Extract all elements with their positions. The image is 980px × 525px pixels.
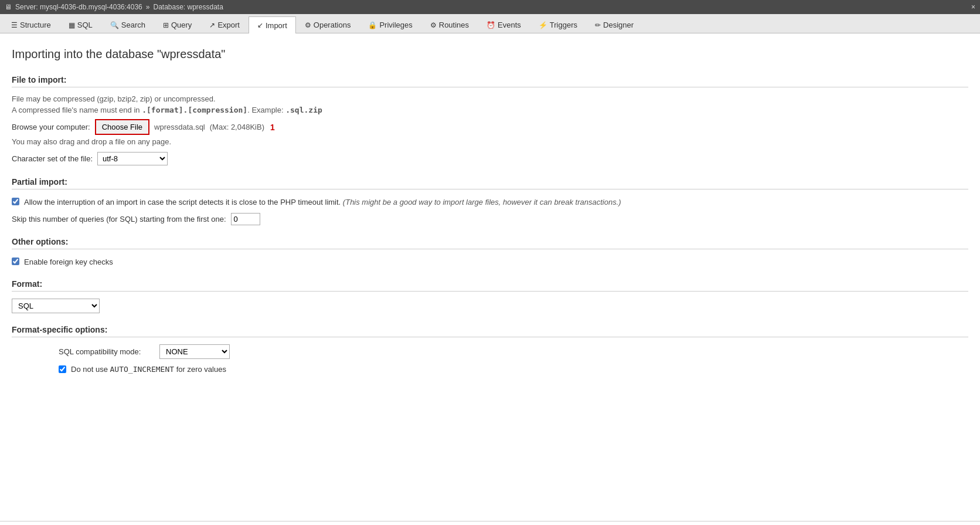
structure-label: Structure	[20, 21, 51, 29]
tab-export[interactable]: ↗Export	[200, 16, 249, 33]
main-content: Importing into the database "wpressdata"…	[0, 33, 980, 521]
section-divider-file	[12, 87, 968, 87]
foreign-key-label: Enable foreign key checks	[24, 256, 113, 268]
triggers-icon: ⚡	[539, 21, 547, 29]
auto-inc-checkbox[interactable]	[59, 365, 66, 373]
file-info-line2: A compressed file's name must end in .[f…	[12, 106, 968, 114]
format-header: Format:	[12, 279, 968, 289]
charset-label: Character set of the file:	[12, 154, 93, 163]
partial-import-section: Partial import: Allow the interruption o…	[12, 177, 968, 225]
charset-row: Character set of the file: utf-8utf-16la…	[12, 152, 968, 165]
annotation-1: 1	[270, 123, 275, 132]
tab-bar: ☰Structure▦SQL🔍Search⊞Query↗Export↙Impor…	[0, 14, 980, 33]
file-to-import-section: File to import: File may be compressed (…	[12, 75, 968, 165]
choose-file-button[interactable]: Choose File	[95, 119, 149, 135]
section-divider-partial	[12, 189, 968, 189]
partial-import-checkbox[interactable]	[12, 198, 19, 205]
title-bar: 🖥 Server: mysql-4036-db.mysql-4036:4036 …	[0, 0, 980, 14]
partial-import-label: Allow the interruption of an import in c…	[24, 197, 621, 208]
drag-drop-text: You may also drag and drop a file on any…	[12, 137, 968, 146]
db-label: Database: wpressdata	[153, 3, 223, 11]
foreign-key-checkbox[interactable]	[12, 258, 19, 265]
file-format-text: .[format].[compression]	[142, 106, 247, 114]
operations-label: Operations	[314, 21, 351, 29]
designer-icon: ✏	[595, 21, 601, 29]
section-divider-other	[12, 249, 968, 249]
query-icon: ⊞	[163, 21, 169, 29]
privileges-icon: 🔒	[368, 21, 377, 29]
tab-sql[interactable]: ▦SQL	[60, 16, 101, 33]
tab-structure[interactable]: ☰Structure	[2, 16, 60, 33]
partial-import-checkbox-row: Allow the interruption of an import in c…	[12, 197, 968, 208]
export-icon: ↗	[209, 21, 215, 29]
partial-import-text: Allow the interruption of an import in c…	[24, 198, 341, 206]
file-max-display: (Max: 2,048KiB)	[210, 123, 264, 131]
routines-icon: ⚙	[430, 21, 437, 29]
file-to-import-header: File to import:	[12, 75, 968, 84]
file-info-prefix: A compressed file's name must end in	[12, 106, 142, 114]
sql-icon: ▦	[69, 21, 75, 29]
sql-label: SQL	[77, 21, 93, 29]
sql-compat-row: SQL compatibility mode: NONEANSIDB2MAXDB…	[12, 344, 968, 359]
other-options-header: Other options:	[12, 237, 968, 246]
tab-query[interactable]: ⊞Query	[154, 16, 200, 33]
file-info-suffix: . Example:	[247, 106, 285, 114]
export-label: Export	[217, 21, 240, 29]
format-specific-header: Format-specific options:	[12, 325, 968, 334]
close-icon[interactable]: ×	[971, 3, 975, 11]
privileges-label: Privileges	[379, 21, 412, 29]
tab-designer[interactable]: ✏Designer	[586, 16, 642, 33]
events-icon: ⏰	[486, 21, 495, 29]
go-bar: 2 Go	[0, 521, 980, 525]
auto-inc-label: Do not use AUTO_INCREMENT for zero value…	[71, 365, 226, 374]
sql-compat-select[interactable]: NONEANSIDB2MAXDBMYSQL323MYSQL40MSSQLORAC…	[159, 344, 230, 359]
auto-inc-row: Do not use AUTO_INCREMENT for zero value…	[12, 365, 968, 374]
format-select[interactable]: SQLCSVCSV using LOAD DATAJSONESRI Shape …	[12, 299, 100, 313]
section-divider-format-specific	[12, 337, 968, 337]
designer-label: Designer	[603, 21, 634, 29]
file-info-line1: File may be compressed (gzip, bzip2, zip…	[12, 94, 968, 103]
import-icon: ↙	[257, 21, 263, 29]
partial-import-header: Partial import:	[12, 177, 968, 187]
events-label: Events	[498, 21, 521, 29]
skip-row: Skip this number of queries (for SQL) st…	[12, 213, 968, 225]
tab-search[interactable]: 🔍Search	[101, 16, 154, 33]
triggers-label: Triggers	[550, 21, 577, 29]
title-bar-icon: 🖥	[5, 3, 12, 11]
tab-routines[interactable]: ⚙Routines	[421, 16, 478, 33]
browse-row: Browse your computer: Choose File wpress…	[12, 119, 968, 135]
charset-select[interactable]: utf-8utf-16latin1ascii	[97, 152, 168, 165]
file-name-display: wpressdata.sql	[154, 123, 205, 131]
tab-privileges[interactable]: 🔒Privileges	[359, 16, 421, 33]
routines-label: Routines	[439, 21, 469, 29]
page-title: Importing into the database "wpressdata"	[12, 48, 968, 61]
title-separator: »	[146, 3, 150, 11]
structure-icon: ☰	[11, 21, 18, 29]
search-icon: 🔍	[110, 21, 119, 29]
tab-events[interactable]: ⏰Events	[478, 16, 530, 33]
file-example-text: .sql.zip	[285, 106, 322, 114]
server-label: Server: mysql-4036-db.mysql-4036:4036	[15, 3, 142, 11]
section-divider-format	[12, 291, 968, 292]
operations-icon: ⚙	[305, 21, 311, 29]
foreign-key-row: Enable foreign key checks	[12, 256, 968, 268]
tab-operations[interactable]: ⚙Operations	[296, 16, 360, 33]
format-specific-section: Format-specific options: SQL compatibili…	[12, 325, 968, 374]
import-label: Import	[266, 21, 287, 30]
skip-label: Skip this number of queries (for SQL) st…	[12, 215, 226, 223]
search-label: Search	[121, 21, 145, 29]
other-options-section: Other options: Enable foreign key checks	[12, 237, 968, 268]
query-label: Query	[171, 21, 192, 29]
sql-compat-label: SQL compatibility mode:	[59, 347, 152, 356]
tab-triggers[interactable]: ⚡Triggers	[530, 16, 586, 33]
format-section: Format: SQLCSVCSV using LOAD DATAJSONESR…	[12, 279, 968, 313]
partial-import-italic: (This might be a good way to import larg…	[343, 198, 621, 206]
browse-label: Browse your computer:	[12, 123, 90, 131]
tab-import[interactable]: ↙Import	[249, 16, 296, 33]
skip-input[interactable]	[231, 213, 260, 225]
